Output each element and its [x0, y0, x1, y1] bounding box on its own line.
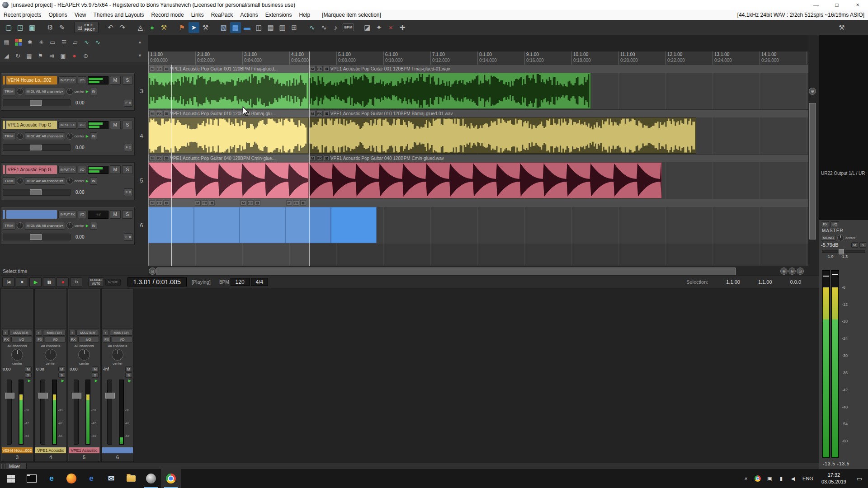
master-output-routing[interactable]: UR22 Output 1/L / UR	[821, 171, 867, 176]
midi-input-dropdown[interactable]: MIDI: All: All channels ▾	[25, 177, 65, 185]
volume-tray-icon[interactable]: ◀	[787, 469, 799, 488]
strip-mute-button[interactable]: M	[25, 366, 32, 372]
item-fx-chip[interactable]: FX	[316, 111, 323, 116]
media-item[interactable]	[285, 207, 331, 243]
strip-fader-handle[interactable]	[5, 393, 14, 399]
strip-pan-knob[interactable]	[112, 349, 123, 361]
trim-button[interactable]: TRIM	[3, 132, 15, 140]
solo-button[interactable]: S	[122, 121, 133, 129]
mute-button[interactable]: M	[110, 165, 121, 174]
zoom-icon[interactable]: ⊙	[80, 50, 91, 61]
repeat-button[interactable]: ↻	[70, 277, 82, 287]
menu-recent-projects[interactable]: Recent projects	[0, 12, 45, 18]
tempo-map-button[interactable]: BPM	[343, 23, 354, 31]
vscroll-thumb[interactable]	[809, 103, 816, 239]
input-fx-button[interactable]: INPUT FX	[58, 121, 76, 129]
theme-colors-icon[interactable]	[15, 39, 22, 46]
action-center-icon[interactable]: ▭	[851, 469, 868, 488]
item-mute-chip[interactable]: M	[310, 66, 316, 71]
item-fx-chip[interactable]: FX	[247, 200, 254, 206]
start-button[interactable]	[0, 469, 22, 488]
lock-icon[interactable]: ▣	[57, 50, 69, 61]
piano-roll-icon[interactable]: ▦	[24, 50, 35, 61]
bpm-value[interactable]: 120	[231, 278, 250, 286]
edit-cursor-icon[interactable]: ➤	[189, 22, 199, 33]
menu-extensions[interactable]: Extensions	[262, 12, 296, 18]
item-mute-chip[interactable]: M	[310, 155, 316, 161]
midi-input-dropdown[interactable]: MIDI: All: All channels ▾	[25, 132, 65, 140]
strip-fx-button[interactable]: FX	[36, 337, 44, 343]
item-lock-chip[interactable]: ⊠	[163, 66, 169, 71]
taskbar-edge[interactable]: e	[81, 469, 101, 488]
item-mute-chip[interactable]: M	[149, 66, 155, 71]
chrome-tray-icon[interactable]	[752, 469, 764, 488]
input-fx-button[interactable]: INPUT FX	[58, 166, 76, 174]
phase-knob[interactable]	[17, 133, 24, 140]
strip-name-label[interactable]: VPE1 Acoustic	[69, 447, 99, 453]
grid-settings-icon[interactable]: ⊞	[289, 22, 300, 33]
master-pan-knob[interactable]	[837, 235, 844, 241]
strip-fx-button[interactable]: FX	[69, 337, 77, 343]
selection-length[interactable]: 0.0.0	[790, 279, 801, 285]
item-lock-chip[interactable]: ⊠	[324, 155, 330, 161]
media-item[interactable]	[148, 117, 309, 154]
ruler-icon[interactable]: ▭	[47, 37, 58, 48]
hammer-icon[interactable]: ⚒	[200, 22, 211, 33]
menu-themes-and-layouts[interactable]: Themes and Layouts	[90, 12, 148, 18]
master-send-icon[interactable]: ▪	[103, 330, 109, 336]
envelope-b-icon[interactable]: ∿	[92, 37, 104, 48]
screenset-icon[interactable]: ◫	[254, 22, 264, 33]
menu-help[interactable]: Help	[295, 12, 314, 18]
selection-start[interactable]: 1.1.00	[726, 279, 740, 285]
master-send-button[interactable]: MASTER	[9, 330, 32, 336]
menu-options[interactable]: Options	[45, 12, 71, 18]
actions-icon[interactable]: ⚒	[159, 22, 170, 33]
master-send-button[interactable]: MASTER	[76, 330, 99, 336]
item-fx-chip[interactable]: FX	[202, 200, 208, 206]
clock[interactable]: 17:32 03.05.2019	[817, 472, 851, 485]
scroll-up-icon[interactable]: ▲	[134, 37, 146, 48]
taskbar-chrome[interactable]	[161, 469, 181, 488]
fx-button[interactable]: F X	[124, 99, 133, 107]
master-send-button[interactable]: MASTER	[43, 330, 66, 336]
master-mute-button[interactable]: M	[851, 242, 858, 248]
midi-note-icon[interactable]: ♪	[330, 22, 341, 33]
phase-knob[interactable]	[17, 178, 24, 184]
item-lock-chip[interactable]: ⊠	[324, 66, 330, 71]
envelope-a-icon[interactable]: ∿	[81, 37, 92, 48]
solo-button[interactable]: S	[122, 76, 133, 84]
trim-button[interactable]: TRIM	[3, 88, 15, 95]
hscroll-pan-button[interactable]: ⊡	[149, 267, 156, 275]
strip-solo-button[interactable]: S	[58, 372, 65, 378]
item-fx-chip[interactable]: FX	[156, 111, 162, 116]
pin-icon[interactable]: ✚	[397, 22, 408, 33]
item-mute-chip[interactable]: M	[195, 200, 201, 206]
goto-start-button[interactable]: |◀	[2, 277, 14, 287]
performance-meter-icon[interactable]: ◪	[362, 22, 373, 33]
fader-handle[interactable]	[30, 189, 42, 195]
track-name-button[interactable]: VPE1 Acoustic Pop G	[6, 121, 57, 129]
input-fx-button[interactable]: INPUT FX	[58, 76, 76, 84]
strip-io-button[interactable]: I/O	[11, 337, 32, 343]
routing-icon[interactable]: ⇉	[46, 50, 57, 61]
item-mute-chip[interactable]: M	[149, 155, 155, 161]
mute-button[interactable]: M	[110, 121, 121, 129]
loop-icon[interactable]: ↻	[12, 50, 24, 61]
global-automation-button[interactable]: GLOBAL AUTO	[88, 277, 104, 286]
close-button[interactable]: ×	[847, 0, 868, 10]
media-explorer-icon[interactable]: ▧	[218, 22, 229, 33]
item-fx-chip[interactable]: FX	[156, 200, 162, 206]
item-mute-chip[interactable]: M	[310, 111, 316, 116]
strip-volume-fader[interactable]	[7, 380, 12, 445]
reapack-icon[interactable]: ●	[147, 22, 158, 33]
fx-insert-slots[interactable]	[35, 290, 66, 329]
fx-button[interactable]: F X	[124, 233, 133, 241]
minimize-button[interactable]: —	[806, 0, 826, 10]
media-item[interactable]	[331, 207, 377, 243]
metronome-icon[interactable]: ◬	[135, 22, 146, 33]
master-send-icon[interactable]: ▪	[2, 330, 9, 336]
volume-fader[interactable]	[3, 99, 71, 106]
media-item[interactable]	[240, 207, 285, 243]
strip-io-button[interactable]: I/O	[78, 337, 99, 343]
fx-insert-slots[interactable]	[2, 290, 33, 329]
